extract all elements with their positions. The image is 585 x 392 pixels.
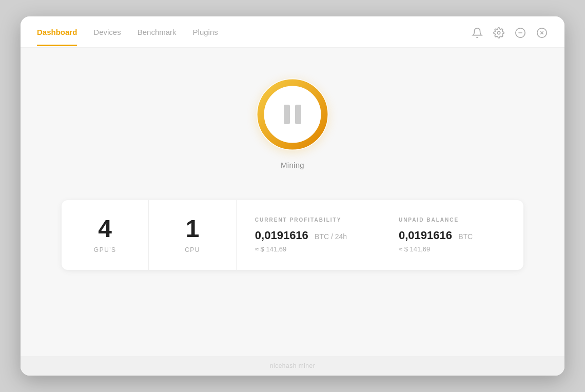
nav-right — [471, 27, 548, 47]
close-icon[interactable] — [536, 27, 548, 39]
nav-bar: Dashboard Devices Benchmark Plugins — [21, 16, 564, 48]
nav-item-devices[interactable]: Devices — [93, 28, 121, 46]
app-window: Dashboard Devices Benchmark Plugins — [21, 16, 564, 376]
balance-btc: 0,0191616 BTC — [399, 229, 473, 242]
nav-item-plugins[interactable]: Plugins — [193, 28, 218, 46]
nav-item-dashboard[interactable]: Dashboard — [37, 28, 77, 46]
gpu-count: 4 — [98, 217, 112, 241]
bottom-bar: nicehash miner — [21, 356, 564, 376]
nav-left: Dashboard Devices Benchmark Plugins — [37, 28, 218, 46]
mining-status-label: Mining — [281, 161, 304, 169]
main-content: Mining 4 GPU'S 1 CPU CURRENT PROFITABILI… — [21, 48, 564, 356]
mining-button-wrapper: Mining — [257, 79, 328, 169]
cpu-count: 1 — [186, 217, 200, 241]
cpu-label: CPU — [185, 246, 200, 253]
settings-icon[interactable] — [493, 27, 505, 39]
gpu-stat-card: 4 GPU'S — [62, 200, 149, 270]
balance-card: UNPAID BALANCE 0,0191616 BTC ≈ $ 141,69 — [380, 200, 523, 270]
balance-section-label: UNPAID BALANCE — [399, 217, 459, 223]
pause-icon — [284, 105, 301, 124]
balance-btc-unit: BTC — [458, 232, 473, 241]
profitability-btc-unit: BTC / 24h — [315, 232, 347, 241]
balance-usd: ≈ $ 141,69 — [399, 245, 430, 253]
bell-icon[interactable] — [471, 27, 483, 39]
mining-toggle-button[interactable] — [257, 79, 328, 150]
svg-point-0 — [497, 31, 500, 34]
bottom-hint-text: nicehash miner — [270, 362, 315, 369]
nav-item-benchmark[interactable]: Benchmark — [138, 28, 177, 46]
minimize-icon[interactable] — [514, 27, 526, 39]
profitability-card: CURRENT PROFITABILITY 0,0191616 BTC / 24… — [237, 200, 380, 270]
gpu-label: GPU'S — [94, 246, 116, 253]
balance-btc-value: 0,0191616 — [399, 229, 452, 242]
profitability-btc-value: 0,0191616 — [255, 229, 308, 242]
profitability-usd: ≈ $ 141,69 — [255, 245, 286, 253]
cpu-stat-card: 1 CPU — [149, 200, 236, 270]
profitability-section-label: CURRENT PROFITABILITY — [255, 217, 341, 223]
profitability-btc: 0,0191616 BTC / 24h — [255, 229, 347, 242]
stats-row: 4 GPU'S 1 CPU CURRENT PROFITABILITY 0,01… — [62, 200, 523, 270]
